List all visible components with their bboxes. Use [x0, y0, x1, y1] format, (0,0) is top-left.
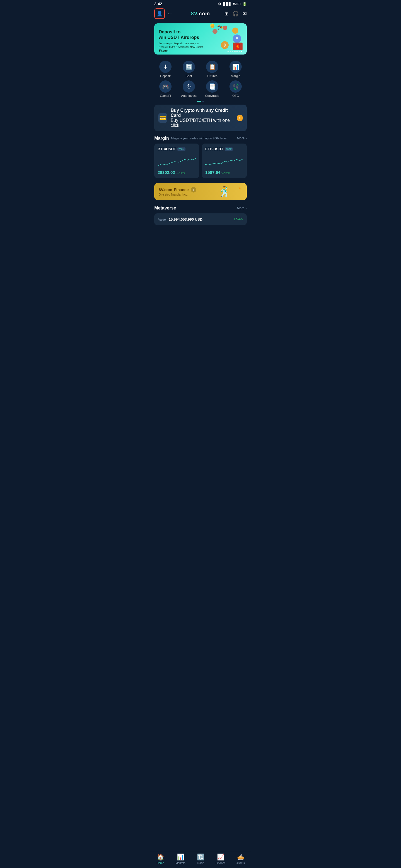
- profile-button[interactable]: 👤: [154, 8, 165, 19]
- logo: 8V.com: [191, 11, 210, 17]
- action-spot[interactable]: 🔄 Spot: [178, 61, 200, 78]
- btc-chart-line: [157, 158, 196, 166]
- eth-usdt-card[interactable]: ETH/USDT 200X 1587.64 0.46%: [202, 144, 247, 178]
- margin-title: Margin: [154, 136, 169, 141]
- signal-icon: ▋▋▋: [223, 2, 231, 6]
- logo-text: 8V: [191, 11, 197, 17]
- copytrade-icon: 📑: [206, 81, 218, 93]
- promo-content: Buy Crypto with any Credit Card Buy USDT…: [171, 108, 233, 128]
- btc-usdt-card[interactable]: BTC/USDT 200X 28302.02 1.44%: [154, 144, 199, 178]
- metaverse-card[interactable]: Value | 15,994,053,990 USD 1.54%: [154, 213, 247, 225]
- promo-arrow-icon: ›: [237, 115, 243, 121]
- battery-icon: 🔋: [242, 2, 247, 6]
- gamefi-label: GameFi: [160, 94, 171, 97]
- otc-icon: 💱: [229, 81, 242, 93]
- finance-subtitle: One-stop financial inv...: [159, 193, 196, 196]
- star-icon: ★: [238, 186, 242, 190]
- action-margin[interactable]: 📊 Margin: [225, 61, 247, 78]
- status-time: 3:42: [154, 2, 162, 6]
- margin-section-header: Margin Magnify your trades with up to 20…: [150, 135, 251, 144]
- metaverse-section-header: Metaverse More ›: [150, 205, 251, 213]
- btc-price: 28302.02: [157, 170, 175, 175]
- metaverse-value: 15,994,053,990 USD: [169, 217, 202, 221]
- page-dots: [150, 101, 251, 102]
- action-gamefi[interactable]: 🎮 GameFi: [154, 81, 176, 97]
- action-copytrade[interactable]: 📑 Copytrade: [201, 81, 223, 97]
- metaverse-change: 1.54%: [233, 217, 243, 221]
- spot-label: Spot: [186, 74, 192, 78]
- headset-icon[interactable]: 🎧: [232, 10, 239, 17]
- banner-dots: [228, 51, 242, 52]
- eth-change: 0.46%: [221, 171, 230, 175]
- metaverse-more-button[interactable]: More ›: [237, 206, 247, 210]
- trading-cards-grid: BTC/USDT 200X 28302.02 1.44% ETH/USDT 20…: [150, 144, 251, 182]
- banner-headline: Deposit to win USDT Airdrops: [159, 29, 203, 41]
- logo-domain: .com: [197, 11, 210, 17]
- btc-leverage: 200X: [177, 148, 185, 151]
- eth-leverage: 200X: [225, 148, 233, 151]
- autoinvest-icon: ⏱: [183, 81, 195, 93]
- margin-label: Margin: [231, 74, 240, 78]
- metaverse-title: Metaverse: [154, 206, 176, 211]
- settings-icon: ⚙: [218, 2, 221, 6]
- action-autoinvest[interactable]: ⏱ Auto-Invest: [178, 81, 200, 97]
- banner-subtext: the more you Deposit, the more youReceiv…: [159, 42, 203, 49]
- spot-icon: 🔄: [183, 61, 195, 73]
- chevron-right-icon: ›: [246, 136, 247, 140]
- otc-label: OTC: [232, 94, 239, 97]
- futures-icon: 📋: [206, 61, 218, 73]
- banner-brand-logo: 8V.com: [159, 49, 169, 52]
- margin-more-button[interactable]: More ›: [237, 136, 247, 140]
- finance-banner[interactable]: 8V.com Finance › One-stop financial inv.…: [154, 183, 247, 200]
- scan-icon[interactable]: ⊞: [225, 10, 229, 17]
- btc-change: 1.44%: [176, 171, 185, 175]
- gamefi-icon: 🎮: [159, 81, 172, 93]
- btc-pair: BTC/USDT: [157, 147, 176, 151]
- promo-subtitle: Buy USDT/BTC/ETH with one click: [171, 118, 233, 128]
- metaverse-chevron-icon: ›: [246, 206, 247, 210]
- action-otc[interactable]: 💱 OTC: [225, 81, 247, 97]
- promo-title: Buy Crypto with any Credit Card: [171, 108, 233, 118]
- deposit-icon: ⬇: [159, 61, 172, 73]
- margin-section: Margin Magnify your trades with up to 20…: [150, 135, 251, 182]
- finance-logo: 8V.com: [159, 187, 172, 192]
- back-arrow-icon[interactable]: ←: [167, 10, 173, 17]
- futures-label: Futures: [207, 74, 217, 78]
- quick-actions-grid: ⬇ Deposit 🔄 Spot 📋 Futures 📊 Margin 🎮 Ga…: [150, 57, 251, 97]
- header: 👤 ← 8V.com ⊞ 🎧 ✉: [150, 7, 251, 21]
- metaverse-section: Metaverse More › Value | 15,994,053,990 …: [150, 204, 251, 250]
- banner-decorations: Ξ ₿ 🧧 🪂 🪙: [208, 23, 244, 55]
- eth-price: 1587.64: [205, 170, 220, 175]
- copytrade-label: Copytrade: [205, 94, 220, 97]
- finance-arrow-icon: ›: [191, 187, 196, 192]
- promo-banner[interactable]: Deposit to win USDT Airdrops the more yo…: [154, 23, 247, 55]
- credit-card-icon: 💳: [158, 113, 167, 123]
- credit-card-promo[interactable]: 💳 Buy Crypto with any Credit Card Buy US…: [154, 104, 247, 131]
- margin-subtitle: Magnify your trades with up to 200x leve…: [171, 136, 237, 140]
- action-futures[interactable]: 📋 Futures: [201, 61, 223, 78]
- wifi-icon: WiFi: [233, 2, 240, 6]
- margin-icon: 📊: [229, 61, 242, 73]
- eth-pair: ETH/USDT: [205, 147, 223, 151]
- finance-label: Finance: [174, 187, 189, 192]
- deposit-label: Deposit: [160, 74, 170, 78]
- status-bar: 3:42 ⚙ ▋▋▋ WiFi 🔋: [150, 0, 251, 7]
- autoinvest-label: Auto-Invest: [181, 94, 197, 97]
- mail-icon[interactable]: ✉: [242, 10, 247, 17]
- action-deposit[interactable]: ⬇ Deposit: [154, 61, 176, 78]
- status-icons: ⚙ ▋▋▋ WiFi 🔋: [218, 2, 247, 6]
- finance-character: 🕺: [216, 183, 233, 200]
- eth-chart-line: [205, 159, 244, 165]
- person-icon: 👤: [156, 10, 163, 17]
- metaverse-value-label: Value |: [158, 218, 167, 221]
